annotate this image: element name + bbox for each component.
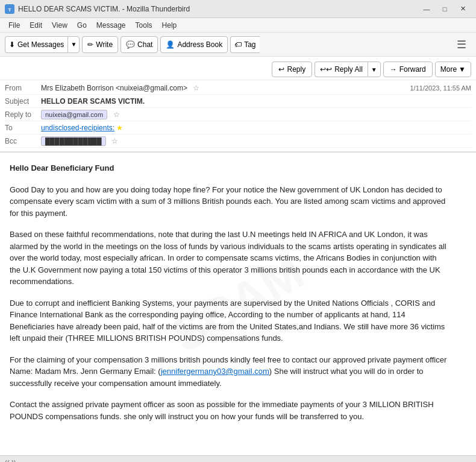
menu-view[interactable]: View [47, 20, 72, 31]
window-controls: — □ ✕ [418, 3, 471, 15]
chat-icon: 💬 [126, 40, 135, 49]
title-bar: T HELLO DEAR SCAMS VICTIM. - Mozilla Thu… [0, 0, 476, 18]
tag-button[interactable]: 🏷 Tag [230, 36, 259, 53]
menu-message[interactable]: Message [92, 20, 131, 31]
reply-to-star-icon[interactable]: ☆ [113, 110, 120, 119]
forward-icon: → [390, 65, 397, 74]
subject-label: Subject [5, 97, 41, 106]
maximize-button[interactable]: □ [436, 3, 453, 15]
bcc-pill: ████████████ [41, 136, 106, 146]
bcc-row: Bcc ████████████ ☆ [5, 134, 471, 148]
to-value: undisclosed-recipients: ★ [41, 124, 471, 132]
email-paragraph3: Due to corrupt and inefficient Banking S… [10, 297, 448, 344]
reply-to-row: Reply to nuixeia@gmail.com ☆ [5, 108, 471, 121]
write-button[interactable]: ✏ Write [82, 36, 118, 53]
from-row: From Mrs Elizabeth Borrison <nuixeia@gma… [5, 81, 471, 95]
close-button[interactable]: ✕ [454, 3, 471, 15]
forward-button[interactable]: → Forward [383, 62, 433, 77]
tag-icon: 🏷 [234, 40, 242, 49]
address-book-button[interactable]: 👤 Address Book [160, 36, 228, 53]
more-chevron-icon: ▼ [459, 65, 466, 74]
menu-file[interactable]: File [4, 20, 25, 31]
write-icon: ✏ [87, 40, 93, 49]
tag-dropdown: 🏷 Tag [230, 36, 259, 53]
get-messages-button[interactable]: ⬇ Get Messages [5, 36, 67, 53]
menu-bar: File Edit View Go Message Tools Help [0, 18, 476, 33]
action-bar: ↩ Reply ↩↩ Reply All ▼ → Forward More ▼ [0, 59, 476, 80]
from-name: Mrs Elizabeth Borrison [41, 84, 114, 92]
reply-button[interactable]: ↩ Reply [272, 62, 312, 77]
svg-text:T: T [8, 7, 11, 13]
get-messages-label: Get Messages [17, 40, 64, 49]
email-body-wrapper: SCAM Hello Dear Beneficiary Fund Good Da… [0, 153, 476, 455]
from-email[interactable]: nuixeia@gmail.com [120, 84, 183, 92]
reply-all-dropdown: ↩↩ Reply All ▼ [315, 62, 381, 77]
menu-help[interactable]: Help [157, 20, 182, 31]
reply-icon: ↩ [278, 65, 284, 74]
wifi-icon: ((•)) [5, 459, 16, 463]
reply-to-value: nuixeia@gmail.com ☆ [41, 110, 471, 119]
app-icon: T [5, 4, 14, 14]
reply-to-pill: nuixeia@gmail.com [41, 110, 107, 119]
menu-go[interactable]: Go [72, 20, 92, 31]
get-messages-icon: ⬇ [9, 40, 15, 49]
bcc-label: Bcc [5, 137, 41, 145]
bcc-star-icon[interactable]: ☆ [111, 137, 118, 145]
reply-to-label: Reply to [5, 110, 41, 119]
window-title: HELLO DEAR SCAMS VICTIM. - Mozilla Thund… [18, 5, 418, 13]
email-paragraph4: For the claiming of your compensation 3 … [10, 354, 448, 390]
reply-all-button[interactable]: ↩↩ Reply All [315, 62, 368, 77]
from-value: Mrs Elizabeth Borrison <nuixeia@gmail.co… [41, 84, 410, 92]
email-body-content: Hello Dear Beneficiary Fund Good Day to … [10, 162, 448, 422]
email-fields: From Mrs Elizabeth Borrison <nuixeia@gma… [0, 80, 476, 149]
address-book-icon: 👤 [166, 40, 175, 49]
from-star-icon[interactable]: ☆ [193, 84, 199, 92]
email-paragraph1: Good Day to you and how are you doing to… [10, 184, 448, 220]
get-messages-dropdown: ⬇ Get Messages ▼ [5, 36, 80, 53]
email-header: ↩ Reply ↩↩ Reply All ▼ → Forward More ▼ … [0, 57, 476, 153]
menu-tools[interactable]: Tools [131, 20, 157, 31]
more-button[interactable]: More ▼ [435, 62, 471, 77]
email-date: 1/11/2023, 11:55 AM [410, 84, 471, 92]
to-label: To [5, 124, 41, 132]
email-body: Hello Dear Beneficiary Fund Good Day to … [0, 153, 458, 441]
menu-edit[interactable]: Edit [25, 20, 47, 31]
email-greeting: Hello Dear Beneficiary Fund [10, 163, 114, 172]
to-star-icon[interactable]: ★ [116, 124, 123, 132]
to-row: To undisclosed-recipients: ★ [5, 121, 471, 134]
subject-value: HELLO DEAR SCAMS VICTIM. [41, 97, 471, 106]
email-paragraph5: Contact the assigned private payment off… [10, 399, 448, 422]
bcc-value: ████████████ ☆ [41, 137, 471, 145]
subject-row: Subject HELLO DEAR SCAMS VICTIM. [5, 95, 471, 108]
hamburger-menu-button[interactable]: ☰ [452, 36, 471, 54]
from-label: From [5, 84, 41, 92]
reply-all-arrow[interactable]: ▼ [368, 62, 381, 77]
to-undisclosed[interactable]: undisclosed-recipients: [41, 124, 114, 132]
email-paragraph2: Based on these faithful recommendations,… [10, 229, 448, 288]
chat-button[interactable]: 💬 Chat [121, 36, 158, 53]
status-bar: ((•)) [0, 455, 476, 462]
reply-all-icon: ↩↩ [320, 65, 332, 74]
toolbar: ⬇ Get Messages ▼ ✏ Write 💬 Chat 👤 Addres… [0, 33, 476, 57]
minimize-button[interactable]: — [418, 3, 435, 15]
get-messages-arrow[interactable]: ▼ [67, 36, 80, 53]
contact-email-link[interactable]: jennifergermany03@gmail.com [161, 367, 269, 376]
